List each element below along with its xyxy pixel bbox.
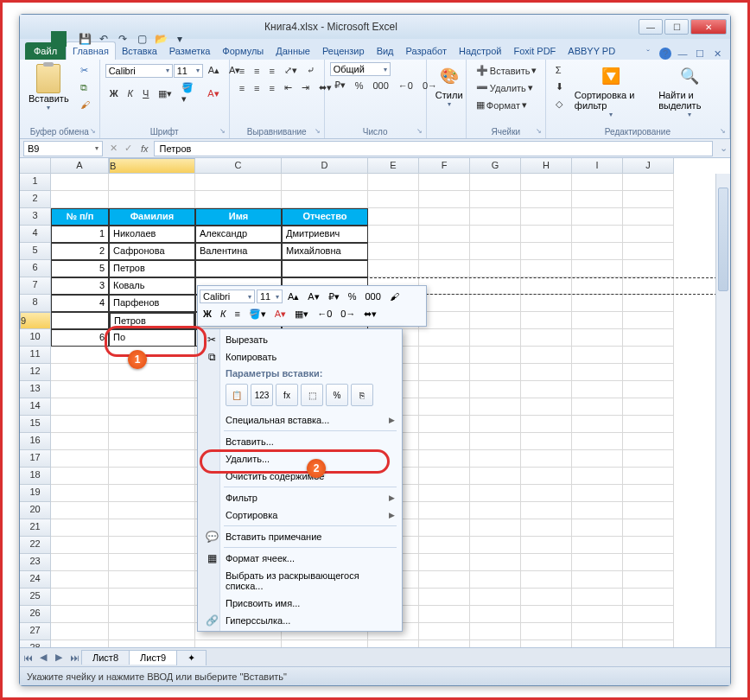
cell[interactable] — [368, 260, 419, 277]
cell[interactable] — [623, 381, 674, 398]
cell[interactable] — [623, 606, 674, 623]
paste-opt-formatting[interactable]: % — [326, 384, 348, 406]
cell[interactable] — [623, 329, 674, 347]
paste-opt-transpose[interactable]: ⬚ — [301, 384, 323, 406]
increase-decimal-button[interactable]: ←0 — [394, 78, 417, 93]
row-header-20[interactable]: 20 — [20, 502, 51, 519]
cell[interactable] — [470, 295, 521, 312]
mini-increase-font[interactable]: A▴ — [284, 290, 302, 304]
row-header-17[interactable]: 17 — [20, 450, 51, 468]
cell[interactable] — [195, 191, 282, 208]
cell[interactable] — [623, 416, 674, 433]
cell[interactable] — [419, 640, 470, 647]
cell[interactable] — [521, 468, 572, 485]
cell[interactable] — [419, 502, 470, 519]
cell[interactable]: Петров — [109, 312, 195, 329]
cell[interactable] — [521, 329, 572, 347]
cell[interactable] — [521, 260, 572, 277]
mini-bold[interactable]: Ж — [200, 307, 215, 321]
cell[interactable] — [419, 329, 470, 347]
format-painter-button[interactable]: 🖌 — [76, 97, 94, 112]
cell[interactable] — [368, 640, 419, 647]
cell[interactable] — [419, 208, 470, 226]
cell[interactable] — [572, 589, 623, 606]
cell[interactable] — [572, 191, 623, 208]
increase-indent-button[interactable]: ⇥ — [297, 80, 314, 96]
find-select-button[interactable]: 🔍 Найти и выделить▾ — [655, 62, 724, 120]
row-header-13[interactable]: 13 — [20, 381, 51, 398]
row-header-10[interactable]: 10 — [20, 329, 51, 347]
border-button[interactable]: ▦▾ — [154, 86, 176, 102]
cell[interactable] — [623, 485, 674, 502]
mini-format-painter[interactable]: 🖌 — [386, 290, 403, 303]
cell[interactable] — [470, 174, 521, 191]
cell[interactable] — [470, 640, 521, 647]
cell[interactable] — [623, 243, 674, 260]
sheet-nav-last[interactable]: ⏭ — [67, 650, 82, 665]
cell[interactable] — [470, 571, 521, 589]
cell[interactable] — [623, 554, 674, 571]
cell[interactable]: Михайловна — [282, 243, 368, 260]
qat-open[interactable]: 📂 — [153, 31, 168, 47]
cell[interactable] — [419, 623, 470, 640]
mini-font-select[interactable]: Calibri▾ — [200, 290, 255, 303]
cell[interactable] — [195, 174, 282, 191]
comma-button[interactable]: 000 — [368, 78, 392, 93]
cell[interactable] — [419, 416, 470, 433]
minimize-button[interactable]: — — [639, 19, 663, 35]
cell[interactable] — [51, 347, 109, 364]
row-header-16[interactable]: 16 — [20, 433, 51, 450]
cell[interactable] — [109, 416, 195, 433]
cell[interactable] — [51, 519, 109, 537]
tab-addins[interactable]: Надстрой — [453, 42, 507, 60]
font-size-select[interactable]: 11▾ — [174, 64, 203, 78]
cell[interactable] — [572, 537, 623, 554]
cell[interactable] — [521, 295, 572, 312]
cell[interactable]: Валентина — [195, 243, 282, 260]
cell[interactable] — [572, 226, 623, 243]
qat-customize[interactable]: ▾ — [172, 31, 188, 47]
cell[interactable] — [419, 571, 470, 589]
qat-undo[interactable]: ↶ — [96, 31, 111, 47]
cell[interactable] — [470, 537, 521, 554]
cell[interactable] — [470, 554, 521, 571]
cell[interactable] — [521, 191, 572, 208]
cell[interactable] — [109, 606, 195, 623]
cell[interactable]: 6 — [51, 329, 109, 347]
cell[interactable] — [521, 554, 572, 571]
cell[interactable] — [470, 208, 521, 226]
align-left-button[interactable]: ≡ — [235, 80, 249, 96]
cm-cut[interactable]: ✂Вырезать — [200, 331, 400, 348]
cell[interactable] — [521, 277, 572, 295]
cell[interactable] — [195, 640, 282, 647]
row-header-7[interactable]: 7 — [20, 277, 51, 295]
cell[interactable] — [572, 295, 623, 312]
cell[interactable] — [572, 640, 623, 647]
cell[interactable]: Парфенов — [109, 295, 195, 312]
row-header-18[interactable]: 18 — [20, 468, 51, 485]
increase-font-button[interactable]: A▴ — [204, 62, 224, 79]
cell[interactable] — [470, 398, 521, 416]
cell[interactable] — [521, 623, 572, 640]
cell[interactable] — [521, 243, 572, 260]
delete-cells-button[interactable]: ➖ Удалить ▾ — [472, 80, 537, 96]
font-name-select[interactable]: Calibri▾ — [105, 64, 173, 78]
align-middle-button[interactable]: ≡ — [250, 63, 264, 79]
cell[interactable] — [368, 191, 419, 208]
cell[interactable]: 4 — [51, 295, 109, 312]
cell[interactable]: Петров — [109, 260, 195, 277]
row-header-12[interactable]: 12 — [20, 364, 51, 381]
cell[interactable] — [572, 519, 623, 537]
row-header-1[interactable]: 1 — [20, 174, 51, 191]
help-icon[interactable]: ? — [659, 48, 671, 60]
cell[interactable] — [470, 519, 521, 537]
cell[interactable] — [470, 381, 521, 398]
cell[interactable] — [109, 571, 195, 589]
cm-name[interactable]: Присвоить имя... — [200, 595, 400, 612]
select-all-corner[interactable] — [20, 158, 51, 174]
cell[interactable]: Коваль — [109, 277, 195, 295]
cell[interactable] — [623, 502, 674, 519]
align-right-button[interactable]: ≡ — [264, 80, 278, 96]
cell[interactable]: Фамилия — [109, 208, 195, 226]
maximize-button[interactable]: ☐ — [664, 19, 689, 35]
